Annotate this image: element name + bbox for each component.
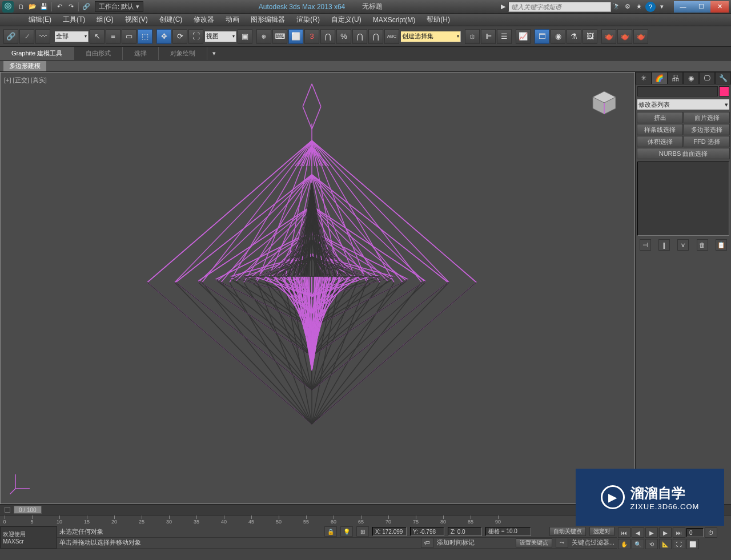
object-color-swatch[interactable] [719,86,729,96]
menu-tools[interactable]: 工具(T) [57,15,91,25]
zoom-icon[interactable]: 🔍 [632,539,644,549]
unique-icon[interactable]: ⋎ [677,239,689,251]
reference-coord-dropdown[interactable]: 视图▾ [204,31,236,42]
link-file-icon[interactable]: 🔗 [81,2,91,12]
undo-icon[interactable]: ↶ [54,2,65,12]
slider-start-icon[interactable] [5,507,10,513]
menu-grapheditor[interactable]: 图形编辑器 [245,15,291,25]
binoculars-icon[interactable]: 🔭 [611,2,621,12]
mod-btn-volselect[interactable]: 体积选择 [637,136,683,147]
material-editor-icon[interactable]: ◉ [551,29,565,44]
link-icon[interactable]: 🔗 [3,29,18,44]
bind-space-warp-icon[interactable]: 〰 [35,29,50,44]
mod-btn-extrude[interactable]: 挤出 [637,112,683,123]
ribbon-tab-graphite[interactable]: Graphite 建模工具 [0,47,74,60]
orbit-icon[interactable]: ⟲ [645,539,658,549]
next-frame-icon[interactable]: ▶ [659,527,672,538]
abs-rel-icon[interactable]: ⊞ [356,526,369,537]
manipulate-icon[interactable]: ⎈ [256,29,271,44]
menu-custom[interactable]: 自定义(U) [326,15,367,25]
rotate-icon[interactable]: ⟳ [172,29,187,44]
edit-named-sel-icon[interactable]: ⋂ [352,29,367,44]
timetag-label[interactable]: 添加时间标记 [437,538,475,547]
pivot-icon[interactable]: ▣ [238,29,252,44]
configure-icon[interactable]: 📋 [716,239,727,251]
render-setup-icon[interactable]: ⚗ [567,29,581,44]
current-frame[interactable]: 0 [686,528,704,537]
mirror-tool-icon[interactable]: ⎅ [465,29,480,44]
mod-btn-nurbs[interactable]: NURBS 曲面选择 [637,148,730,159]
modifier-list-dropdown[interactable]: 修改器列表▾ [637,99,729,110]
curve-editor-icon[interactable]: 📈 [516,29,531,44]
select-rect-icon[interactable]: ▭ [122,29,136,44]
maximize-button[interactable]: ☐ [692,1,710,13]
keyfilter-label[interactable]: 关键点过滤器... [572,538,614,547]
spinner-snap-icon[interactable]: % [336,29,351,44]
selset-button[interactable]: 选定对 [589,527,614,536]
coord-x[interactable]: X: 172.099 [372,527,407,536]
autokey-button[interactable]: 自动关键点 [549,527,586,536]
mod-btn-patchselect[interactable]: 面片选择 [684,112,730,123]
menu-group[interactable]: 组(G) [91,15,119,25]
help-icon[interactable]: ? [645,2,656,12]
quick-render-icon[interactable]: 🫖 [601,29,616,44]
timetag-icon[interactable]: 🏷 [421,538,433,548]
mod-btn-ffdselect[interactable]: FFD 选择 [684,136,730,147]
fov-icon[interactable]: 📐 [659,539,672,549]
isolate-toggle-icon[interactable]: 💡 [340,526,353,537]
tab-motion-icon[interactable]: ◉ [683,72,699,84]
time-config-icon[interactable]: ⏱ [705,527,717,538]
abc-icon[interactable]: ABC [384,29,399,44]
menu-edit[interactable]: 编辑(E) [23,15,57,25]
prev-frame-icon[interactable]: ◀ [632,527,644,538]
select-name-icon[interactable]: ≡ [106,29,121,44]
unlink-icon[interactable]: ⟋ [19,29,34,44]
tab-display-icon[interactable]: 🖵 [699,72,715,84]
angle-snap-icon[interactable]: 3 [304,29,319,44]
viewcube[interactable] [590,88,618,117]
zoom-extents-icon[interactable]: ⛶ [673,539,685,549]
minimize-button[interactable]: — [674,1,692,13]
tab-create-icon[interactable]: ✳ [636,72,652,84]
max-viewport-icon[interactable]: ⬜ [686,539,699,549]
remove-mod-icon[interactable]: 🗑 [697,239,708,251]
ribbon-collapse-icon[interactable]: ▾ [207,50,221,57]
open-icon[interactable]: 📂 [27,2,38,12]
favorite-icon[interactable]: ★ [634,2,644,12]
tab-modify-icon[interactable]: 🌈 [652,72,668,84]
tab-utilities-icon[interactable]: 🔧 [715,72,731,84]
menu-render[interactable]: 渲染(R) [291,15,326,25]
mod-btn-splineselect[interactable]: 样条线选择 [637,124,683,135]
menu-view[interactable]: 视图(V) [119,15,154,25]
render-icon[interactable]: 🫖 [617,29,632,44]
goto-end-icon[interactable]: ⏭ [673,527,685,538]
menu-maxscript[interactable]: MAXScript(M) [367,16,421,24]
workspace-dropdown[interactable]: 工作台: 默认 ▾ [95,1,143,12]
time-slider-thumb[interactable]: 0 / 100 [14,506,42,514]
keyfilter-icon[interactable]: ⤳ [556,538,568,548]
show-end-icon[interactable]: ‖ [658,239,670,251]
lock-selection-icon[interactable]: 🔒 [324,526,337,537]
object-name-input[interactable] [637,86,718,96]
modifier-stack[interactable] [637,162,729,236]
render-frame-icon[interactable]: 🖼 [583,29,597,44]
caption-icon[interactable]: ▶ [498,2,508,12]
named-selection-dropdown[interactable]: 创建选择集▾ [400,31,461,42]
play-icon[interactable]: ▶ [645,527,658,538]
layers-icon[interactable]: ☰ [497,29,512,44]
mod-btn-polyselect[interactable]: 多边形选择 [684,124,730,135]
comm-center-icon[interactable]: ⚙ [622,2,633,12]
percent-snap-icon[interactable]: ⋂ [320,29,335,44]
scale-icon[interactable]: ⛶ [188,29,203,44]
align-icon[interactable]: ⊫ [481,29,496,44]
coord-y[interactable]: Y: -0.798 [410,527,444,536]
setkey-button[interactable]: 设置关键点 [516,538,552,547]
pin-stack-icon[interactable]: ⊣ [640,239,651,251]
pan-icon[interactable]: ✋ [618,539,630,549]
app-icon[interactable]: ⓔ [2,1,14,13]
new-icon[interactable]: 🗋 [16,2,26,12]
select-icon[interactable]: ↖ [90,29,105,44]
menu-modifier[interactable]: 修改器 [188,15,220,25]
goto-start-icon[interactable]: ⏮ [618,527,630,538]
snap-toggle-icon[interactable]: ⬜ [288,29,303,44]
